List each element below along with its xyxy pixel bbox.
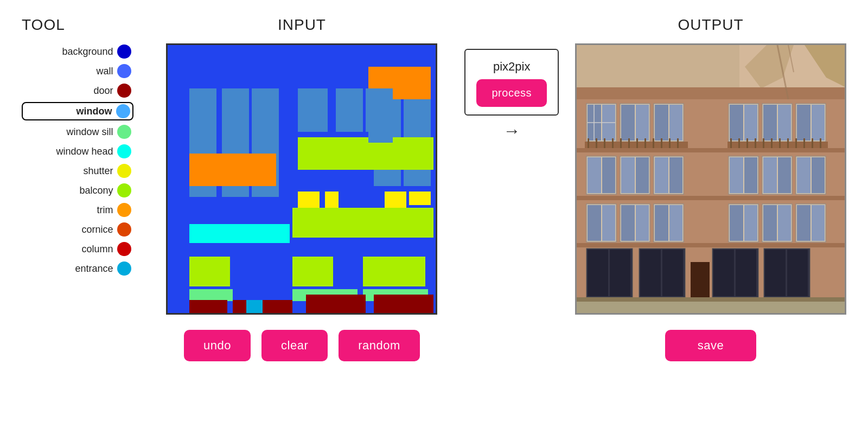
svg-rect-93 <box>655 157 668 193</box>
tool-entrance[interactable]: entrance <box>22 260 133 277</box>
tool-window[interactable]: window <box>22 102 133 120</box>
svg-rect-109 <box>621 205 635 241</box>
tool-column[interactable]: column <box>22 241 133 257</box>
svg-rect-80 <box>787 138 789 148</box>
tool-door[interactable]: door <box>22 82 133 99</box>
tool-entrance-label: entrance <box>75 263 113 275</box>
svg-rect-91 <box>636 157 649 193</box>
tool-window-label: window <box>76 106 112 117</box>
tool-window-color <box>116 104 130 118</box>
svg-rect-20 <box>233 300 246 315</box>
output-panel: OUTPUT <box>575 16 846 361</box>
tool-balcony-color <box>117 183 131 197</box>
main-layout: TOOL background wall door window window … <box>0 0 868 434</box>
svg-rect-96 <box>730 157 743 193</box>
svg-rect-79 <box>779 138 781 148</box>
svg-rect-9 <box>298 192 320 208</box>
undo-button[interactable]: undo <box>184 330 251 361</box>
svg-rect-67 <box>763 105 777 141</box>
tool-wall[interactable]: wall <box>22 63 133 79</box>
svg-rect-88 <box>602 157 615 193</box>
svg-rect-19 <box>189 300 227 315</box>
svg-rect-97 <box>744 157 757 193</box>
pix2pix-panel: pix2pix process → <box>464 49 559 141</box>
tool-trim-label: trim <box>97 205 113 216</box>
output-facade <box>577 45 846 315</box>
svg-rect-53 <box>604 138 605 148</box>
tool-window-sill[interactable]: window sill <box>22 124 133 140</box>
svg-rect-73 <box>730 138 732 148</box>
input-buttons: undo clear random <box>184 330 420 361</box>
tool-background[interactable]: background <box>22 43 133 60</box>
process-button[interactable]: process <box>476 79 547 107</box>
svg-rect-131 <box>713 250 734 296</box>
svg-rect-74 <box>738 138 740 148</box>
svg-rect-18 <box>189 289 233 301</box>
svg-rect-135 <box>787 250 808 296</box>
svg-rect-46 <box>636 105 649 141</box>
svg-rect-84 <box>820 138 821 148</box>
tool-window-head-label: window head <box>56 146 113 157</box>
svg-rect-51 <box>588 138 589 148</box>
svg-rect-103 <box>812 157 825 193</box>
tool-wall-label: wall <box>96 66 113 77</box>
tool-balcony[interactable]: balcony <box>22 182 133 199</box>
svg-rect-137 <box>577 297 846 302</box>
svg-rect-64 <box>730 105 743 141</box>
clear-button[interactable]: clear <box>261 330 328 361</box>
svg-rect-115 <box>730 205 743 241</box>
svg-rect-104 <box>577 196 846 200</box>
svg-rect-68 <box>778 105 791 141</box>
svg-rect-62 <box>677 138 679 148</box>
svg-rect-122 <box>812 205 825 241</box>
svg-rect-94 <box>669 157 682 193</box>
svg-rect-56 <box>628 138 630 148</box>
svg-rect-38 <box>577 87 846 99</box>
svg-rect-123 <box>577 243 846 247</box>
svg-rect-82 <box>803 138 805 148</box>
output-title: OUTPUT <box>678 16 743 34</box>
svg-rect-11 <box>385 192 406 208</box>
random-button[interactable]: random <box>339 330 420 361</box>
input-canvas-container[interactable] <box>166 43 437 315</box>
svg-rect-87 <box>588 157 601 193</box>
svg-rect-48 <box>655 105 668 141</box>
svg-rect-12 <box>409 192 431 205</box>
svg-rect-28 <box>292 257 333 286</box>
tool-cornice-label: cornice <box>81 224 113 235</box>
svg-rect-58 <box>644 138 646 148</box>
svg-rect-76 <box>755 138 756 148</box>
svg-rect-10 <box>325 192 339 208</box>
svg-rect-71 <box>812 105 825 141</box>
tool-background-color <box>117 44 131 59</box>
save-button[interactable]: save <box>665 330 756 361</box>
svg-rect-85 <box>577 148 846 152</box>
svg-rect-30 <box>336 88 363 132</box>
svg-rect-83 <box>812 138 813 148</box>
tool-shutter[interactable]: shutter <box>22 163 133 179</box>
svg-rect-90 <box>621 157 635 193</box>
tool-title: TOOL <box>22 16 65 34</box>
tool-cornice[interactable]: cornice <box>22 221 133 238</box>
svg-rect-31 <box>366 88 393 132</box>
svg-rect-26 <box>298 88 328 132</box>
svg-rect-77 <box>763 138 764 148</box>
svg-rect-29 <box>363 257 425 286</box>
tool-column-color <box>117 242 131 256</box>
svg-rect-132 <box>736 250 756 296</box>
svg-rect-116 <box>744 205 757 241</box>
svg-rect-110 <box>636 205 649 241</box>
svg-rect-59 <box>653 138 654 148</box>
svg-rect-70 <box>797 105 810 141</box>
svg-rect-24 <box>246 300 263 315</box>
svg-rect-119 <box>778 205 791 241</box>
tool-window-head[interactable]: window head <box>22 143 133 159</box>
pix2pix-box: pix2pix process <box>464 49 559 116</box>
tool-trim[interactable]: trim <box>22 202 133 218</box>
svg-rect-138 <box>577 302 846 315</box>
tool-window-head-color <box>117 144 131 158</box>
arrow-right-icon: → <box>503 121 520 141</box>
svg-rect-102 <box>797 157 810 193</box>
segmentation-map <box>168 45 437 315</box>
svg-rect-55 <box>620 138 622 148</box>
